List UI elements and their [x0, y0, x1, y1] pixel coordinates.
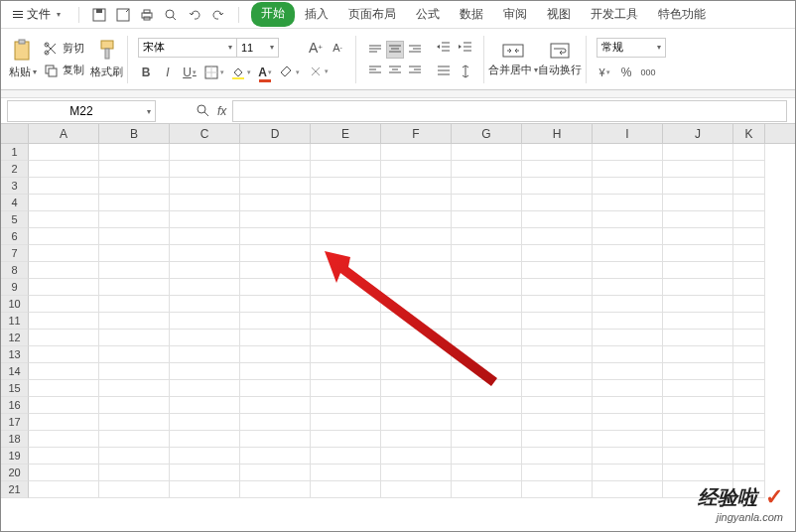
- cell[interactable]: [240, 481, 311, 498]
- cell[interactable]: [452, 397, 522, 414]
- cell[interactable]: [240, 178, 311, 195]
- cell[interactable]: [733, 279, 765, 296]
- cell[interactable]: [733, 380, 765, 397]
- thousands-button[interactable]: 000: [640, 64, 656, 81]
- cell[interactable]: [663, 245, 733, 262]
- row-header[interactable]: 5: [1, 211, 29, 228]
- col-header[interactable]: H: [522, 124, 593, 143]
- cell[interactable]: [170, 195, 240, 211]
- cell[interactable]: [240, 465, 311, 481]
- cell[interactable]: [522, 228, 593, 245]
- cut-button[interactable]: 剪切: [43, 41, 84, 57]
- fx-label[interactable]: fx: [217, 104, 226, 118]
- cell[interactable]: [240, 262, 311, 279]
- cell[interactable]: [29, 465, 99, 481]
- cell[interactable]: [593, 363, 663, 380]
- cell[interactable]: [240, 279, 311, 296]
- cell[interactable]: [663, 262, 733, 279]
- cell[interactable]: [381, 481, 452, 498]
- font-color-button[interactable]: A▾: [257, 64, 273, 81]
- cell[interactable]: [522, 211, 593, 228]
- cell[interactable]: [452, 481, 522, 498]
- cell[interactable]: [381, 465, 452, 481]
- row-height-button[interactable]: [458, 63, 473, 80]
- cell[interactable]: [29, 178, 99, 195]
- cell[interactable]: [99, 431, 170, 448]
- cell[interactable]: [733, 363, 765, 380]
- cell[interactable]: [311, 144, 381, 161]
- cell[interactable]: [733, 346, 765, 363]
- col-header[interactable]: J: [663, 124, 733, 143]
- cell[interactable]: [99, 330, 170, 346]
- cell[interactable]: [381, 178, 452, 195]
- cell[interactable]: [663, 346, 733, 363]
- cell[interactable]: [663, 380, 733, 397]
- cell[interactable]: [593, 313, 663, 330]
- name-box[interactable]: M22 ▾: [7, 100, 156, 122]
- cell[interactable]: [663, 144, 733, 161]
- cell[interactable]: [170, 414, 240, 431]
- cell[interactable]: [522, 296, 593, 313]
- row-header[interactable]: 9: [1, 279, 29, 296]
- currency-button[interactable]: ¥▾: [597, 64, 612, 81]
- cell[interactable]: [593, 465, 663, 481]
- cell[interactable]: [240, 414, 311, 431]
- cell[interactable]: [311, 195, 381, 211]
- cell[interactable]: [522, 431, 593, 448]
- row-header[interactable]: 12: [1, 330, 29, 346]
- cell[interactable]: [311, 245, 381, 262]
- cell[interactable]: [593, 161, 663, 178]
- cell[interactable]: [311, 228, 381, 245]
- cell[interactable]: [381, 144, 452, 161]
- cell[interactable]: [381, 363, 452, 380]
- cell[interactable]: [522, 363, 593, 380]
- cell[interactable]: [733, 330, 765, 346]
- cell[interactable]: [593, 144, 663, 161]
- row-header[interactable]: 1: [1, 144, 29, 161]
- align-right[interactable]: [406, 61, 424, 78]
- cell[interactable]: [170, 296, 240, 313]
- clear-format-button[interactable]: ▾: [308, 63, 329, 80]
- zoom-icon[interactable]: [196, 102, 211, 120]
- fill-color-button[interactable]: ▾: [230, 64, 251, 81]
- col-header[interactable]: E: [311, 124, 381, 143]
- cell[interactable]: [170, 178, 240, 195]
- cell[interactable]: [29, 397, 99, 414]
- font-name-select[interactable]: 宋体 ▾: [138, 38, 237, 58]
- cell[interactable]: [381, 431, 452, 448]
- tab-data[interactable]: 数据: [450, 2, 493, 27]
- cell[interactable]: [240, 363, 311, 380]
- cell[interactable]: [733, 465, 765, 481]
- font-size-select[interactable]: 11 ▾: [237, 38, 279, 58]
- italic-button[interactable]: I: [160, 64, 176, 81]
- underline-button[interactable]: U▾: [182, 64, 198, 81]
- row-header[interactable]: 16: [1, 397, 29, 414]
- cell[interactable]: [733, 228, 765, 245]
- cell[interactable]: [29, 279, 99, 296]
- row-header[interactable]: 10: [1, 296, 29, 313]
- cell[interactable]: [381, 161, 452, 178]
- cell[interactable]: [522, 178, 593, 195]
- cell[interactable]: [99, 346, 170, 363]
- cell[interactable]: [99, 262, 170, 279]
- cell[interactable]: [593, 262, 663, 279]
- cell[interactable]: [452, 465, 522, 481]
- cell[interactable]: [733, 397, 765, 414]
- orientation-button[interactable]: [436, 63, 452, 80]
- cell[interactable]: [29, 245, 99, 262]
- merge-center-button[interactable]: 合并居中▾: [488, 41, 538, 77]
- format-painter-button[interactable]: 格式刷: [90, 39, 123, 79]
- cell[interactable]: [240, 397, 311, 414]
- cell[interactable]: [663, 397, 733, 414]
- redo-icon[interactable]: [210, 6, 226, 24]
- select-all-corner[interactable]: [1, 124, 29, 143]
- row-header[interactable]: 7: [1, 245, 29, 262]
- save-icon[interactable]: [91, 6, 107, 24]
- wrap-text-button[interactable]: 自动换行: [538, 41, 582, 77]
- align-top-center[interactable]: [386, 41, 404, 59]
- row-header[interactable]: 14: [1, 363, 29, 380]
- align-left[interactable]: [366, 61, 384, 78]
- align-top-left[interactable]: [366, 41, 384, 59]
- cell[interactable]: [99, 465, 170, 481]
- cell[interactable]: [99, 228, 170, 245]
